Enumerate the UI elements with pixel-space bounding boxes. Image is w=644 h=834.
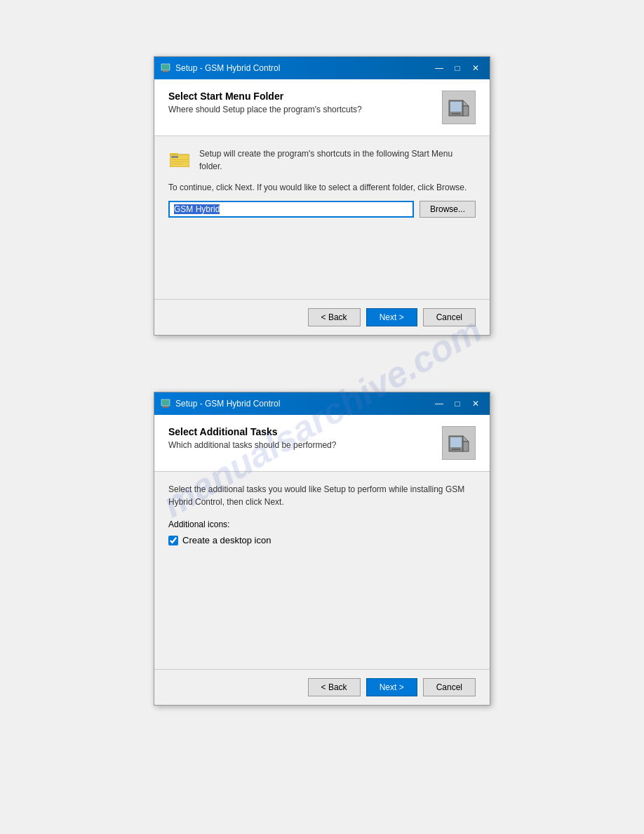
minimize-button-1[interactable]: — (431, 61, 448, 75)
dialog-subtitle-2: Which additional tasks should be perform… (168, 440, 336, 450)
svg-rect-1 (163, 70, 168, 72)
title-bar-left-2: Setup - GSM Hybrid Control (160, 398, 280, 409)
svg-rect-14 (171, 164, 182, 164)
additional-icons-label: Additional icons: (168, 519, 476, 529)
dialog-header-2: Select Additional Tasks Which additional… (154, 415, 490, 472)
svg-rect-4 (450, 102, 462, 112)
desktop-icon-checkbox[interactable] (168, 536, 178, 545)
svg-rect-21 (463, 442, 469, 451)
next-button-2[interactable]: Next > (366, 678, 417, 696)
title-bar-title-2: Setup - GSM Hybrid Control (175, 399, 280, 409)
checkbox-row-1: Create a desktop icon (168, 535, 476, 545)
dialog-subtitle-1: Where should Setup place the program's s… (168, 105, 362, 114)
cancel-button-2[interactable]: Cancel (423, 678, 476, 696)
app-icon-1 (160, 62, 171, 74)
app-icon-2 (160, 398, 171, 409)
dialog-start-menu-folder: Setup - GSM Hybrid Control — □ ✕ Select … (154, 56, 490, 336)
checkbox-label-1: Create a desktop icon (182, 535, 271, 545)
cancel-button-1[interactable]: Cancel (423, 308, 476, 326)
svg-marker-20 (463, 436, 469, 442)
close-button-1[interactable]: ✕ (467, 61, 484, 75)
svg-marker-5 (463, 100, 469, 106)
dialog-additional-tasks: Setup - GSM Hybrid Control — □ ✕ Select … (154, 392, 490, 706)
svg-rect-7 (452, 113, 460, 114)
svg-rect-19 (450, 437, 462, 447)
folder-row-1: Browse... (168, 201, 476, 218)
title-bar-2: Setup - GSM Hybrid Control — □ ✕ (154, 392, 490, 415)
title-bar-1: Setup - GSM Hybrid Control — □ ✕ (154, 57, 490, 79)
dialog-header-text-1: Select Start Menu Folder Where should Se… (168, 91, 362, 114)
back-button-2[interactable]: < Back (308, 678, 361, 696)
dialog-header-icon-1 (442, 91, 476, 124)
back-button-1[interactable]: < Back (308, 308, 361, 326)
dialog-body-1: Setup will create the program's shortcut… (154, 136, 490, 299)
title-bar-controls-2: — □ ✕ (431, 397, 484, 411)
title-bar-controls-1: — □ ✕ (431, 61, 484, 75)
dialog-title-1: Select Start Menu Folder (168, 91, 362, 102)
next-button-1[interactable]: Next > (366, 308, 417, 326)
dialog-header-icon-2 (442, 426, 476, 460)
dialog-header-1: Select Start Menu Folder Where should Se… (154, 79, 490, 136)
folder-icon-1 (168, 147, 191, 170)
dialog-title-2: Select Additional Tasks (168, 426, 336, 437)
maximize-button-1[interactable]: □ (449, 61, 466, 75)
svg-rect-15 (161, 399, 170, 406)
maximize-button-2[interactable]: □ (449, 397, 466, 411)
info-text-1: Setup will create the program's shortcut… (199, 147, 476, 173)
browse-button-1[interactable]: Browse... (420, 201, 476, 218)
info-text-2: Select the additional tasks you would li… (168, 483, 476, 508)
svg-rect-13 (171, 161, 188, 162)
minimize-button-2[interactable]: — (431, 397, 448, 411)
svg-rect-16 (163, 406, 168, 407)
title-bar-title-1: Setup - GSM Hybrid Control (175, 63, 280, 73)
svg-rect-6 (463, 106, 469, 116)
dialog-header-text-2: Select Additional Tasks Which additional… (168, 426, 336, 450)
folder-input-1[interactable] (168, 201, 414, 218)
svg-rect-17 (162, 407, 169, 408)
dialog-body-2: Select the additional tasks you would li… (154, 472, 490, 669)
svg-rect-12 (171, 159, 188, 160)
close-button-2[interactable]: ✕ (467, 397, 484, 411)
svg-rect-2 (162, 72, 169, 72)
dialog-footer-1: < Back Next > Cancel (154, 299, 490, 335)
info-row-1: Setup will create the program's shortcut… (168, 147, 476, 173)
dialog-footer-2: < Back Next > Cancel (154, 669, 490, 705)
instruction-text-1: To continue, click Next. If you would li… (168, 183, 476, 192)
svg-rect-0 (161, 64, 170, 70)
svg-rect-11 (171, 156, 178, 158)
svg-rect-22 (452, 449, 460, 450)
empty-area-1 (168, 218, 476, 288)
empty-area-2 (168, 545, 476, 658)
title-bar-left-1: Setup - GSM Hybrid Control (160, 62, 280, 74)
